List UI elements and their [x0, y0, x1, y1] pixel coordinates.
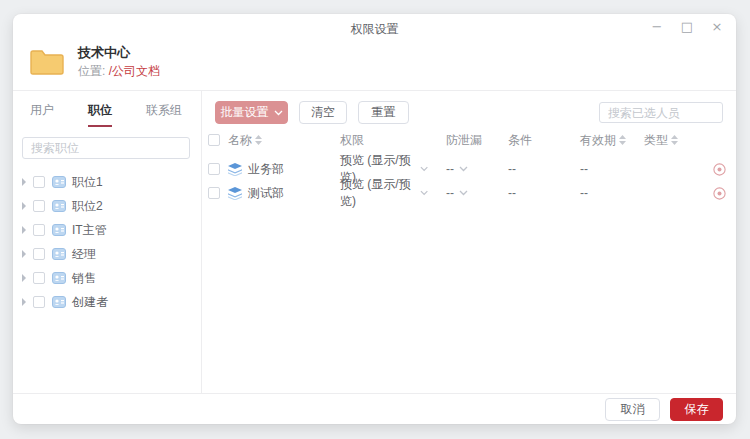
positions-tree: 职位1 职位2 IT主管 经理	[13, 170, 201, 314]
toolbar: 批量设置 清空 重置	[202, 101, 736, 124]
titlebar[interactable]: 权限设置 − □ ×	[13, 14, 736, 40]
right-panel: 批量设置 清空 重置 名称 权限	[202, 91, 736, 393]
expand-caret-icon[interactable]	[22, 250, 26, 258]
name-cell: 业务部	[228, 161, 340, 178]
dialog-title: 权限设置	[13, 21, 736, 38]
permission-dropdown[interactable]: 预览 (显示/预览)	[340, 176, 446, 210]
window-controls: − □ ×	[650, 19, 724, 35]
row-checkbox[interactable]	[208, 163, 220, 175]
tree-item-label: 职位1	[72, 174, 103, 191]
batch-settings-button[interactable]: 批量设置	[215, 101, 288, 124]
tree-item-label: 职位2	[72, 198, 103, 215]
department-layers-icon	[228, 163, 242, 176]
table-row: 业务部 预览 (显示/预览) -- -- --	[202, 152, 736, 176]
chevron-down-icon	[459, 190, 468, 196]
tree-checkbox[interactable]	[33, 200, 45, 212]
tree-checkbox[interactable]	[33, 176, 45, 188]
cancel-button[interactable]: 取消	[605, 398, 660, 421]
table-row: 测试部 预览 (显示/预览) -- -- --	[202, 176, 736, 200]
folder-header: 技术中心 位置: /公司文档	[13, 40, 736, 91]
position-badge-icon	[52, 224, 66, 236]
sort-icon[interactable]	[619, 135, 626, 145]
tree-checkbox[interactable]	[33, 248, 45, 260]
tree-checkbox[interactable]	[33, 296, 45, 308]
tree-checkbox[interactable]	[33, 272, 45, 284]
save-button[interactable]: 保存	[670, 398, 723, 421]
chevron-down-icon	[420, 190, 428, 196]
tree-checkbox[interactable]	[33, 224, 45, 236]
leakproof-dropdown[interactable]: --	[446, 162, 508, 176]
search-selected-input[interactable]	[599, 102, 723, 123]
tree-item-it-manager[interactable]: IT主管	[13, 218, 201, 242]
action-cell	[700, 163, 736, 176]
chevron-down-icon	[274, 110, 283, 116]
department-layers-icon	[228, 187, 242, 200]
row-checkbox[interactable]	[208, 187, 220, 199]
action-cell	[700, 187, 736, 200]
validity-cell: --	[580, 186, 644, 200]
select-all-checkbox[interactable]	[208, 134, 220, 146]
minimize-icon[interactable]: −	[650, 19, 664, 35]
column-header-type[interactable]: 类型	[644, 132, 700, 149]
tree-item-position1[interactable]: 职位1	[13, 170, 201, 194]
column-header-condition: 条件	[508, 132, 580, 149]
tree-item-label: 销售	[72, 270, 96, 287]
folder-name: 技术中心	[78, 44, 160, 61]
column-header-name[interactable]: 名称	[228, 132, 340, 149]
remove-icon[interactable]	[713, 163, 726, 176]
tab-contact-groups[interactable]: 联系组	[146, 98, 182, 127]
expand-caret-icon[interactable]	[22, 298, 26, 306]
tree-item-creator[interactable]: 创建者	[13, 290, 201, 314]
batch-settings-label: 批量设置	[221, 104, 269, 121]
column-header-leakproof: 防泄漏	[446, 132, 508, 149]
validity-cell: --	[580, 162, 644, 176]
expand-caret-icon[interactable]	[22, 274, 26, 282]
dialog-footer: 取消 保存	[13, 393, 736, 424]
folder-icon	[29, 47, 65, 77]
chevron-down-icon	[420, 166, 428, 172]
sort-icon[interactable]	[671, 135, 678, 145]
dialog-body: 用户 职位 联系组 职位1 职位2	[13, 91, 736, 393]
tree-item-manager[interactable]: 经理	[13, 242, 201, 266]
name-cell: 测试部	[228, 185, 340, 202]
clear-button[interactable]: 清空	[299, 101, 347, 124]
expand-caret-icon[interactable]	[22, 226, 26, 234]
tab-bar: 用户 职位 联系组	[13, 98, 201, 127]
close-icon[interactable]: ×	[710, 19, 724, 35]
column-header-permission: 权限	[340, 132, 446, 149]
tree-item-position2[interactable]: 职位2	[13, 194, 201, 218]
folder-location: 位置: /公司文档	[78, 63, 160, 80]
maximize-icon[interactable]: □	[680, 19, 694, 35]
left-panel: 用户 职位 联系组 职位1 职位2	[13, 91, 202, 393]
reset-button[interactable]: 重置	[358, 101, 409, 124]
permission-settings-dialog: 权限设置 − □ × 技术中心 位置: /公司文档 用户 职位 联系组	[13, 14, 736, 424]
table-header-row: 名称 权限 防泄漏 条件 有效期	[202, 128, 736, 152]
position-badge-icon	[52, 272, 66, 284]
tab-positions[interactable]: 职位	[88, 98, 112, 127]
tree-item-label: IT主管	[72, 222, 107, 239]
location-path-link[interactable]: /公司文档	[109, 64, 160, 78]
position-badge-icon	[52, 176, 66, 188]
leakproof-dropdown[interactable]: --	[446, 186, 508, 200]
column-header-validity[interactable]: 有效期	[580, 132, 644, 149]
sort-icon[interactable]	[255, 135, 262, 145]
tab-users[interactable]: 用户	[30, 98, 54, 127]
condition-cell: --	[508, 186, 580, 200]
tree-item-label: 经理	[72, 246, 96, 263]
search-positions-input[interactable]	[22, 137, 190, 159]
tree-item-sales[interactable]: 销售	[13, 266, 201, 290]
expand-caret-icon[interactable]	[22, 202, 26, 210]
position-badge-icon	[52, 200, 66, 212]
expand-caret-icon[interactable]	[22, 178, 26, 186]
position-badge-icon	[52, 296, 66, 308]
tree-item-label: 创建者	[72, 294, 108, 311]
location-label: 位置:	[78, 64, 105, 78]
chevron-down-icon	[459, 166, 468, 172]
folder-meta: 技术中心 位置: /公司文档	[78, 44, 160, 80]
condition-cell: --	[508, 162, 580, 176]
position-badge-icon	[52, 248, 66, 260]
remove-icon[interactable]	[713, 187, 726, 200]
permissions-table: 名称 权限 防泄漏 条件 有效期	[202, 128, 736, 200]
